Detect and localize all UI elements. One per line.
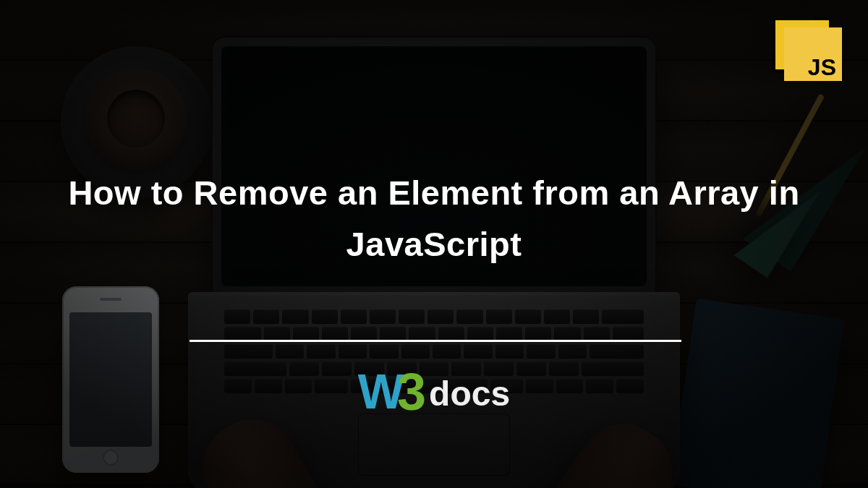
page-title: How to Remove an Element from an Array i… (0, 168, 868, 270)
logo-w: W (358, 367, 400, 416)
logo-three: 3 (397, 366, 426, 418)
w3docs-logo: W 3 docs (358, 364, 510, 416)
divider (190, 340, 681, 342)
javascript-badge-icon: JS (775, 20, 842, 82)
logo-docs: docs (429, 374, 510, 414)
js-badge-label: JS (808, 54, 836, 81)
